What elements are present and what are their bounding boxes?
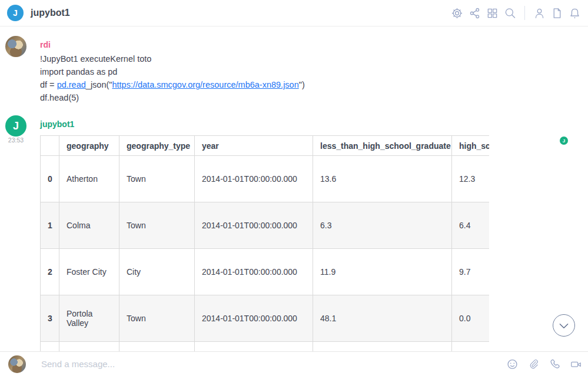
column-header: less_than_high_school_graduate: [313, 136, 452, 156]
row-index-cell: 1: [41, 202, 59, 249]
column-header: high_sc: [452, 136, 490, 156]
table-cell: [59, 342, 119, 352]
jump-to-bottom-button[interactable]: [553, 314, 575, 337]
apps-grid-icon[interactable]: [486, 6, 499, 19]
channel-title: jupybot1: [31, 8, 70, 18]
message-text: !JupyBot1 executeKernel toto import pand…: [40, 52, 305, 104]
table-header-row: geography geography_type year less_than_…: [41, 136, 490, 156]
bot-avatar[interactable]: J: [5, 115, 26, 137]
chevron-down-icon: [553, 314, 574, 337]
code-line: _json(": [86, 80, 112, 89]
dataframe-table: geography geography_type year less_than_…: [40, 135, 489, 351]
table-cell: Town: [119, 202, 195, 249]
table-row: 0AthertonTown2014-01-01T00:00:00.00013.6…: [41, 156, 490, 202]
row-index-cell: [41, 342, 59, 352]
table-row: 1ColmaTown2014-01-01T00:00:00.0006.36.4: [41, 202, 490, 249]
table-cell: 2014-01-01T00:00:00.000: [195, 156, 313, 202]
channel-avatar[interactable]: J: [7, 5, 24, 21]
table-cell: City: [119, 249, 195, 295]
row-index-cell: 3: [41, 295, 59, 342]
table-cell: 13.6: [313, 156, 452, 202]
table-cell: 2014-01-01T00:00:00.000: [195, 295, 313, 342]
video-call-icon[interactable]: [570, 358, 582, 371]
table-row: [41, 342, 490, 352]
table-cell: Atherton: [59, 156, 119, 202]
self-avatar: [8, 355, 26, 373]
table-cell: [313, 342, 452, 352]
index-header: [41, 136, 59, 156]
code-line: df =: [40, 80, 57, 89]
table-cell: 9.7: [452, 249, 490, 295]
message-timestamp: 23:53: [5, 137, 27, 144]
dataframe-output: geography geography_type year less_than_…: [40, 135, 489, 351]
table-cell: [195, 342, 313, 352]
table-cell: 48.1: [313, 295, 452, 342]
message-author[interactable]: jupybot1: [40, 119, 74, 129]
channel-header: J jupybot1: [0, 0, 588, 26]
settings-icon[interactable]: [451, 6, 463, 19]
row-index-cell: 2: [41, 249, 59, 295]
table-cell: 12.3: [452, 156, 490, 202]
table-cell: [119, 342, 195, 352]
share-icon[interactable]: [469, 6, 481, 19]
code-line: df.head(5): [40, 93, 79, 102]
chat-window: J jupybot1: [0, 0, 588, 376]
table-cell: 0.0: [452, 295, 490, 342]
message-author[interactable]: rdi: [40, 40, 51, 49]
search-icon[interactable]: [504, 6, 516, 19]
table-cell: Town: [119, 295, 195, 342]
inline-link[interactable]: pd.read: [57, 80, 86, 89]
bot-presence-badge: J: [560, 137, 568, 145]
code-line: !JupyBot1 executeKernel toto: [40, 54, 151, 64]
column-header: year: [195, 136, 313, 156]
table-cell: 11.9: [313, 249, 452, 295]
dataframe-body: 0AthertonTown2014-01-01T00:00:00.00013.6…: [41, 156, 490, 352]
message-composer: [0, 351, 588, 376]
person-icon[interactable]: [533, 6, 546, 19]
table-row: 3Portola ValleyTown2014-01-01T00:00:00.0…: [41, 295, 490, 342]
message-input[interactable]: [41, 359, 506, 369]
column-header: geography: [59, 136, 119, 156]
url-link[interactable]: https://data.smcgov.org/resource/mb6a-xn…: [112, 80, 298, 89]
table-cell: Colma: [59, 202, 119, 249]
row-index-cell: 0: [41, 156, 59, 202]
user-avatar[interactable]: [5, 36, 26, 57]
table-cell: 2014-01-01T00:00:00.000: [195, 249, 313, 295]
table-cell: [452, 342, 490, 352]
phone-icon[interactable]: [549, 358, 561, 371]
table-cell: 6.4: [452, 202, 490, 249]
table-row: 2Foster CityCity2014-01-01T00:00:00.0001…: [41, 249, 490, 295]
attachment-icon[interactable]: [527, 358, 540, 371]
emoji-icon[interactable]: [506, 358, 519, 371]
code-line: import pandas as pd: [40, 67, 117, 76]
table-cell: 2014-01-01T00:00:00.000: [195, 202, 313, 249]
header-divider: [524, 6, 525, 20]
table-cell: 6.3: [313, 202, 452, 249]
table-cell: Town: [119, 156, 195, 202]
code-line: "): [299, 80, 305, 89]
notifications-icon[interactable]: [569, 6, 581, 19]
table-cell: Portola Valley: [59, 295, 119, 342]
column-header: geography_type: [119, 136, 195, 156]
document-icon[interactable]: [551, 6, 563, 19]
table-cell: Foster City: [59, 249, 119, 295]
